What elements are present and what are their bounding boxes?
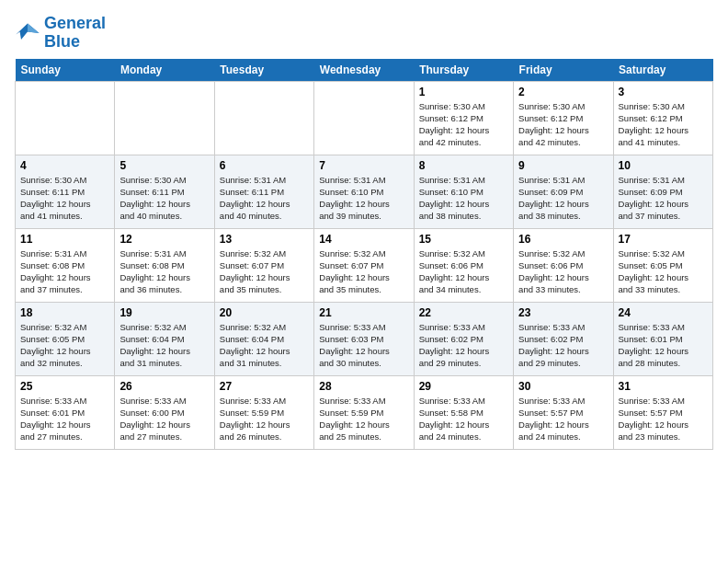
- calendar-cell: 20Sunrise: 5:32 AM Sunset: 6:04 PM Dayli…: [214, 302, 313, 375]
- day-number: 13: [220, 233, 309, 246]
- day-info: Sunrise: 5:32 AM Sunset: 6:07 PM Dayligh…: [319, 247, 408, 296]
- calendar-cell: 28Sunrise: 5:33 AM Sunset: 5:59 PM Dayli…: [314, 375, 414, 449]
- day-number: 16: [518, 233, 608, 246]
- day-number: 18: [20, 306, 109, 319]
- day-info: Sunrise: 5:33 AM Sunset: 6:01 PM Dayligh…: [20, 395, 109, 443]
- calendar-cell: [115, 81, 214, 155]
- day-info: Sunrise: 5:32 AM Sunset: 6:04 PM Dayligh…: [220, 321, 309, 370]
- logo: General Blue: [15, 15, 106, 52]
- header-wednesday: Wednesday: [314, 59, 414, 82]
- day-info: Sunrise: 5:31 AM Sunset: 6:09 PM Dayligh…: [619, 174, 708, 223]
- day-info: Sunrise: 5:32 AM Sunset: 6:07 PM Dayligh…: [220, 247, 309, 296]
- calendar-cell: 13Sunrise: 5:32 AM Sunset: 6:07 PM Dayli…: [214, 228, 313, 302]
- day-number: 17: [619, 233, 708, 246]
- calendar-table: SundayMondayTuesdayWednesdayThursdayFrid…: [15, 59, 713, 450]
- day-number: 9: [518, 159, 608, 172]
- calendar-cell: 16Sunrise: 5:32 AM Sunset: 6:06 PM Dayli…: [514, 228, 613, 302]
- calendar-cell: 26Sunrise: 5:33 AM Sunset: 6:00 PM Dayli…: [115, 375, 214, 449]
- calendar-cell: 3Sunrise: 5:30 AM Sunset: 6:12 PM Daylig…: [613, 81, 712, 155]
- svg-marker-1: [28, 23, 40, 33]
- day-number: 25: [20, 380, 109, 393]
- calendar-week-row: 18Sunrise: 5:32 AM Sunset: 6:05 PM Dayli…: [16, 302, 713, 375]
- day-info: Sunrise: 5:30 AM Sunset: 6:12 PM Dayligh…: [419, 100, 508, 149]
- day-info: Sunrise: 5:33 AM Sunset: 6:01 PM Dayligh…: [619, 321, 708, 370]
- calendar-cell: 15Sunrise: 5:32 AM Sunset: 6:06 PM Dayli…: [414, 228, 513, 302]
- calendar-week-row: 11Sunrise: 5:31 AM Sunset: 6:08 PM Dayli…: [16, 228, 713, 302]
- day-info: Sunrise: 5:33 AM Sunset: 6:02 PM Dayligh…: [419, 321, 508, 370]
- day-info: Sunrise: 5:33 AM Sunset: 6:03 PM Dayligh…: [319, 321, 408, 370]
- calendar-cell: 22Sunrise: 5:33 AM Sunset: 6:02 PM Dayli…: [414, 302, 513, 375]
- day-info: Sunrise: 5:30 AM Sunset: 6:11 PM Dayligh…: [119, 174, 209, 223]
- day-info: Sunrise: 5:30 AM Sunset: 6:12 PM Dayligh…: [619, 100, 708, 149]
- day-number: 14: [319, 233, 408, 246]
- calendar-cell: 5Sunrise: 5:30 AM Sunset: 6:11 PM Daylig…: [115, 155, 214, 228]
- header-monday: Monday: [115, 59, 214, 82]
- calendar-cell: 11Sunrise: 5:31 AM Sunset: 6:08 PM Dayli…: [16, 228, 115, 302]
- day-info: Sunrise: 5:32 AM Sunset: 6:05 PM Dayligh…: [20, 321, 109, 370]
- calendar-cell: 30Sunrise: 5:33 AM Sunset: 5:57 PM Dayli…: [514, 375, 613, 449]
- calendar-cell: 10Sunrise: 5:31 AM Sunset: 6:09 PM Dayli…: [613, 155, 712, 228]
- header-thursday: Thursday: [414, 59, 513, 82]
- calendar-cell: 9Sunrise: 5:31 AM Sunset: 6:09 PM Daylig…: [514, 155, 613, 228]
- day-info: Sunrise: 5:33 AM Sunset: 5:59 PM Dayligh…: [319, 395, 408, 443]
- day-number: 3: [619, 86, 708, 98]
- day-number: 4: [20, 159, 109, 172]
- day-number: 27: [220, 380, 309, 393]
- calendar-cell: 17Sunrise: 5:32 AM Sunset: 6:05 PM Dayli…: [613, 228, 712, 302]
- calendar-week-row: 25Sunrise: 5:33 AM Sunset: 6:01 PM Dayli…: [16, 375, 713, 449]
- logo-bird-icon: [15, 20, 40, 46]
- day-info: Sunrise: 5:31 AM Sunset: 6:08 PM Dayligh…: [20, 247, 109, 296]
- day-info: Sunrise: 5:32 AM Sunset: 6:06 PM Dayligh…: [518, 247, 608, 296]
- day-number: 6: [220, 159, 309, 172]
- day-number: 10: [619, 159, 708, 172]
- day-number: 21: [319, 306, 408, 319]
- day-info: Sunrise: 5:32 AM Sunset: 6:05 PM Dayligh…: [619, 247, 708, 296]
- calendar-cell: [314, 81, 414, 155]
- day-info: Sunrise: 5:30 AM Sunset: 6:11 PM Dayligh…: [20, 174, 109, 223]
- calendar-cell: 6Sunrise: 5:31 AM Sunset: 6:11 PM Daylig…: [214, 155, 313, 228]
- day-info: Sunrise: 5:31 AM Sunset: 6:10 PM Dayligh…: [419, 174, 508, 223]
- day-number: 31: [619, 380, 708, 393]
- calendar-cell: 29Sunrise: 5:33 AM Sunset: 5:58 PM Dayli…: [414, 375, 513, 449]
- day-number: 26: [119, 380, 209, 393]
- calendar-cell: 2Sunrise: 5:30 AM Sunset: 6:12 PM Daylig…: [514, 81, 613, 155]
- day-info: Sunrise: 5:33 AM Sunset: 6:02 PM Dayligh…: [518, 321, 608, 370]
- day-number: 11: [20, 233, 109, 246]
- calendar-cell: 21Sunrise: 5:33 AM Sunset: 6:03 PM Dayli…: [314, 302, 414, 375]
- day-info: Sunrise: 5:31 AM Sunset: 6:10 PM Dayligh…: [319, 174, 408, 223]
- day-info: Sunrise: 5:31 AM Sunset: 6:09 PM Dayligh…: [518, 174, 608, 223]
- calendar-cell: 19Sunrise: 5:32 AM Sunset: 6:04 PM Dayli…: [115, 302, 214, 375]
- page-header: General Blue: [15, 15, 713, 52]
- day-number: 23: [518, 306, 608, 319]
- day-info: Sunrise: 5:33 AM Sunset: 5:59 PM Dayligh…: [220, 395, 309, 443]
- day-number: 22: [419, 306, 508, 319]
- calendar-cell: 12Sunrise: 5:31 AM Sunset: 6:08 PM Dayli…: [115, 228, 214, 302]
- calendar-cell: [16, 81, 115, 155]
- calendar-cell: 18Sunrise: 5:32 AM Sunset: 6:05 PM Dayli…: [16, 302, 115, 375]
- day-info: Sunrise: 5:31 AM Sunset: 6:08 PM Dayligh…: [119, 247, 209, 296]
- calendar-cell: 27Sunrise: 5:33 AM Sunset: 5:59 PM Dayli…: [214, 375, 313, 449]
- calendar-cell: 23Sunrise: 5:33 AM Sunset: 6:02 PM Dayli…: [514, 302, 613, 375]
- calendar-cell: 7Sunrise: 5:31 AM Sunset: 6:10 PM Daylig…: [314, 155, 414, 228]
- day-number: 19: [119, 306, 209, 319]
- day-number: 15: [419, 233, 508, 246]
- calendar-cell: 24Sunrise: 5:33 AM Sunset: 6:01 PM Dayli…: [613, 302, 712, 375]
- day-number: 24: [619, 306, 708, 319]
- day-number: 7: [319, 159, 408, 172]
- calendar-header-row: SundayMondayTuesdayWednesdayThursdayFrid…: [16, 59, 713, 82]
- header-friday: Friday: [514, 59, 613, 82]
- calendar-cell: 14Sunrise: 5:32 AM Sunset: 6:07 PM Dayli…: [314, 228, 414, 302]
- calendar-cell: [214, 81, 313, 155]
- day-info: Sunrise: 5:33 AM Sunset: 6:00 PM Dayligh…: [119, 395, 209, 443]
- day-number: 8: [419, 159, 508, 172]
- header-tuesday: Tuesday: [214, 59, 313, 82]
- calendar-cell: 4Sunrise: 5:30 AM Sunset: 6:11 PM Daylig…: [16, 155, 115, 228]
- day-info: Sunrise: 5:33 AM Sunset: 5:57 PM Dayligh…: [518, 395, 608, 443]
- logo-text: General Blue: [44, 15, 106, 52]
- calendar-week-row: 1Sunrise: 5:30 AM Sunset: 6:12 PM Daylig…: [16, 81, 713, 155]
- day-number: 2: [518, 86, 608, 98]
- day-number: 30: [518, 380, 608, 393]
- calendar-week-row: 4Sunrise: 5:30 AM Sunset: 6:11 PM Daylig…: [16, 155, 713, 228]
- calendar-cell: 25Sunrise: 5:33 AM Sunset: 6:01 PM Dayli…: [16, 375, 115, 449]
- day-info: Sunrise: 5:33 AM Sunset: 5:58 PM Dayligh…: [419, 395, 508, 443]
